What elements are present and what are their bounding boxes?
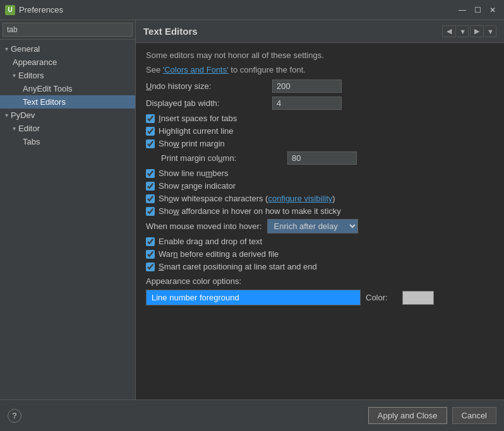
info-text-2: See 'Colors and Fonts' to configure the … <box>146 65 494 74</box>
insert-spaces-label[interactable]: Insert spaces for tabs <box>159 114 237 123</box>
show-whitespace-label[interactable]: Show whitespace characters (configure vi… <box>159 194 335 203</box>
sidebar-item-pydev[interactable]: ▾ PyDev <box>0 109 135 122</box>
show-affordance-label[interactable]: Show affordance in hover on how to make … <box>159 206 341 216</box>
smart-caret-checkbox[interactable] <box>146 263 155 271</box>
bottom-bar: ? Apply and Close Cancel <box>0 399 504 431</box>
arrow-icon: ▾ <box>13 125 16 132</box>
sidebar-item-label: Text Editors <box>23 97 66 107</box>
show-line-numbers-checkbox[interactable] <box>146 169 155 178</box>
back-button[interactable]: ◀ <box>442 25 456 37</box>
sidebar-item-label: PyDev <box>11 110 35 120</box>
show-range-checkbox[interactable] <box>146 182 155 191</box>
color-row: Line number foreground Color: <box>146 290 494 305</box>
show-print-margin-checkbox[interactable] <box>146 139 155 148</box>
sidebar-item-editors[interactable]: ▾ Editors <box>0 69 135 82</box>
hover-row: When mouse moved into hover: Enrich afte… <box>146 219 494 233</box>
arrow-icon: ▾ <box>5 45 8 52</box>
app-icon: U <box>5 5 15 15</box>
show-print-margin-label[interactable]: Show print margin <box>159 139 225 148</box>
highlight-line-checkbox[interactable] <box>146 127 155 136</box>
close-button[interactable]: ✕ <box>486 4 499 16</box>
sidebar-item-label: Appearance <box>13 57 57 67</box>
highlight-line-label[interactable]: Highlight current line <box>159 126 234 136</box>
bottom-left: ? <box>8 409 21 423</box>
hover-label: When mouse moved into hover: <box>146 221 262 231</box>
print-margin-col-label: Print margin column: <box>161 153 287 163</box>
show-whitespace-checkbox[interactable] <box>146 194 155 203</box>
show-affordance-checkbox[interactable] <box>146 207 155 216</box>
sidebar-item-tabs[interactable]: Tabs <box>0 135 135 148</box>
print-margin-col-row: Print margin column: <box>146 151 494 165</box>
appearance-color-label: Appearance color options: <box>146 276 494 286</box>
warn-derived-row: Warn before editing a derived file <box>146 249 494 259</box>
arrow-icon: ▾ <box>5 112 8 119</box>
maximize-button[interactable]: ☐ <box>471 4 484 16</box>
main-layout: ▾ General Appearance ▾ Editors AnyEdit T… <box>0 20 504 431</box>
sidebar-item-general[interactable]: ▾ General <box>0 42 135 56</box>
sidebar-item-label: Tabs <box>23 137 40 146</box>
enable-drag-checkbox[interactable] <box>146 237 155 246</box>
color-list: Line number foreground <box>146 290 361 305</box>
show-line-numbers-row: Show line numbers <box>146 168 494 178</box>
color-list-item-line-number-fg[interactable]: Line number foreground <box>147 290 360 305</box>
info-prefix: See <box>146 65 163 74</box>
arrow-icon: ▾ <box>13 72 16 79</box>
panel-header: Text Editors ◀ ▼ ▶ ▼ <box>136 20 504 43</box>
forward-dropdown-button[interactable]: ▼ <box>485 25 496 37</box>
undo-label: Undo history size: <box>146 81 272 91</box>
window-title: Preferences <box>19 5 456 15</box>
tab-width-input[interactable] <box>272 97 342 110</box>
configure-visibility-link[interactable]: configure visibility <box>268 194 332 203</box>
search-input[interactable] <box>3 23 133 37</box>
show-whitespace-row: Show whitespace characters (configure vi… <box>146 194 494 203</box>
smart-caret-row: Smart caret positioning at line start an… <box>146 262 494 271</box>
insert-spaces-row: Insert spaces for tabs <box>146 114 494 123</box>
apply-close-button[interactable]: Apply and Close <box>368 407 447 424</box>
enable-drag-label[interactable]: Enable drag and drop of text <box>159 237 262 246</box>
tree-area: ▾ General Appearance ▾ Editors AnyEdit T… <box>0 40 135 399</box>
show-range-row: Show range indicator <box>146 181 494 191</box>
forward-button[interactable]: ▶ <box>470 25 484 37</box>
tab-width-label: Displayed tab width: <box>146 98 272 108</box>
sidebar-item-label: General <box>11 44 40 54</box>
info-text-1: Some editors may not honor all of these … <box>146 50 494 60</box>
warn-derived-label[interactable]: Warn before editing a derived file <box>159 249 279 259</box>
minimize-button[interactable]: — <box>456 4 469 16</box>
sidebar-item-text-editors[interactable]: Text Editors <box>0 95 135 109</box>
content-area: ▾ General Appearance ▾ Editors AnyEdit T… <box>0 20 504 399</box>
highlight-line-row: Highlight current line <box>146 126 494 136</box>
sidebar: ▾ General Appearance ▾ Editors AnyEdit T… <box>0 20 136 399</box>
undo-input[interactable] <box>272 80 342 93</box>
search-container <box>0 20 135 40</box>
show-range-label[interactable]: Show range indicator <box>159 181 236 191</box>
print-margin-col-input[interactable] <box>287 151 357 165</box>
info-suffix: to configure the font. <box>229 65 306 74</box>
back-dropdown-button[interactable]: ▼ <box>457 25 469 37</box>
sidebar-item-appearance[interactable]: Appearance <box>0 56 135 69</box>
tab-width-row: Displayed tab width: <box>146 97 494 110</box>
sidebar-item-label: Editors <box>18 71 44 80</box>
show-affordance-row: Show affordance in hover on how to make … <box>146 206 494 216</box>
sidebar-item-editor[interactable]: ▾ Editor <box>0 122 135 135</box>
titlebar: U Preferences — ☐ ✕ <box>0 0 504 20</box>
window-controls: — ☐ ✕ <box>456 4 499 16</box>
panel-title: Text Editors <box>143 26 198 37</box>
show-print-margin-row: Show print margin <box>146 139 494 148</box>
right-panel: Text Editors ◀ ▼ ▶ ▼ Some editors may no… <box>136 20 504 399</box>
insert-spaces-checkbox[interactable] <box>146 114 155 123</box>
sidebar-item-label: Editor <box>18 124 40 133</box>
undo-row: Undo history size: <box>146 80 494 93</box>
cancel-button[interactable]: Cancel <box>452 407 496 424</box>
nav-buttons: ◀ ▼ ▶ ▼ <box>442 25 496 37</box>
hover-select[interactable]: Enrich after delay Enrich immediately Ne… <box>267 219 358 233</box>
panel-content: Some editors may not honor all of these … <box>136 43 504 399</box>
colors-fonts-link[interactable]: 'Colors and Fonts' <box>163 65 229 74</box>
sidebar-item-anyedit[interactable]: AnyEdit Tools <box>0 82 135 95</box>
show-line-numbers-label[interactable]: Show line numbers <box>159 168 229 178</box>
color-swatch[interactable] <box>402 291 434 305</box>
help-button[interactable]: ? <box>8 409 21 423</box>
color-label: Color: <box>366 293 397 302</box>
warn-derived-checkbox[interactable] <box>146 250 155 259</box>
smart-caret-label[interactable]: Smart caret positioning at line start an… <box>159 262 317 271</box>
bottom-right: Apply and Close Cancel <box>368 407 496 424</box>
